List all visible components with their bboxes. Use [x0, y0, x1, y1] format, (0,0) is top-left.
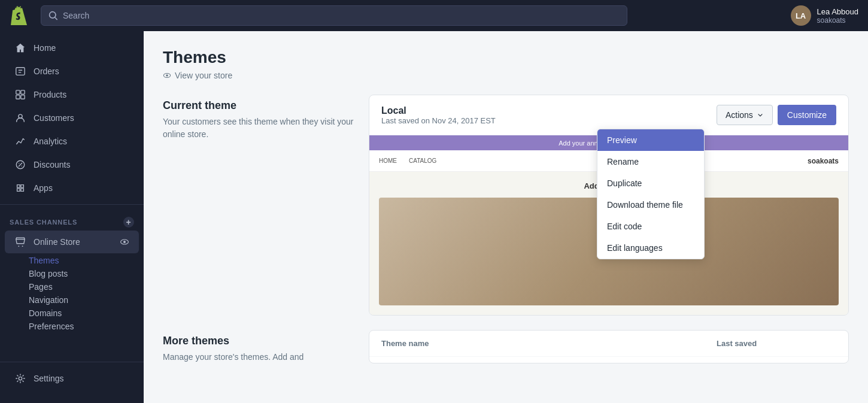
theme-card-header: Local Last saved on Nov 24, 2017 EST Act…: [369, 95, 848, 135]
sidebar-item-online-store[interactable]: Online Store: [5, 231, 139, 253]
svg-rect-4: [21, 95, 25, 99]
sidebar-sub-navigation[interactable]: Navigation: [0, 293, 144, 307]
sidebar-sub-preferences[interactable]: Preferences: [0, 320, 144, 333]
svg-rect-1: [16, 90, 20, 94]
search-bar[interactable]: [41, 5, 627, 26]
sidebar-sub-themes[interactable]: Themes: [0, 254, 144, 267]
sidebar-label-discounts: Discounts: [34, 160, 70, 169]
sidebar-item-discounts[interactable]: Discounts: [5, 153, 139, 176]
eye-icon: [120, 237, 129, 247]
dropdown-item-rename[interactable]: Rename: [597, 151, 704, 172]
dropdown-item-download[interactable]: Download theme file: [597, 194, 704, 216]
svg-point-8: [22, 246, 23, 247]
chevron-down-icon: [757, 111, 764, 119]
current-theme-title: Current theme: [163, 99, 354, 112]
sidebar-label-customers: Customers: [34, 113, 74, 123]
svg-point-7: [18, 246, 19, 247]
add-sales-channel-button[interactable]: +: [123, 217, 134, 228]
svg-rect-0: [16, 68, 25, 75]
settings-icon: [14, 372, 26, 384]
more-themes-desc: Manage your store's themes. Add and: [163, 351, 354, 363]
sidebar-label-orders: Orders: [34, 66, 59, 76]
svg-point-10: [123, 241, 126, 243]
products-icon: [14, 89, 26, 101]
online-store-icon: [14, 236, 26, 248]
sidebar-sub-domains[interactable]: Domains: [0, 307, 144, 320]
current-theme-section: Current theme Your customers see this th…: [163, 95, 849, 316]
view-store-link[interactable]: View your store: [163, 71, 849, 80]
home-icon: [14, 42, 26, 54]
more-themes-card: Theme name Last saved: [369, 330, 849, 363]
top-nav: LA Lea Abboud soakoats: [0, 0, 868, 31]
view-store-icon: [163, 71, 171, 80]
svg-point-13: [166, 74, 168, 77]
online-store-label: Online Store: [34, 237, 80, 247]
sidebar-label-settings: Settings: [34, 374, 64, 383]
user-store: soakoats: [817, 16, 858, 25]
svg-rect-2: [21, 90, 25, 94]
theme-name: Local: [381, 105, 496, 116]
discounts-icon: [14, 159, 26, 171]
user-info: Lea Abboud soakoats: [817, 7, 858, 25]
sidebar-label-home: Home: [34, 43, 56, 53]
more-themes-section: More themes Manage your store's themes. …: [163, 330, 849, 363]
current-theme-desc: Your customers see this theme when they …: [163, 116, 354, 141]
customers-icon: [14, 112, 26, 124]
sidebar-label-analytics: Analytics: [34, 137, 67, 146]
sidebar-item-home[interactable]: Home: [5, 37, 139, 59]
analytics-icon: [14, 135, 26, 147]
svg-point-11: [19, 377, 22, 380]
page-title: Themes: [163, 48, 849, 67]
more-themes-info: More themes Manage your store's themes. …: [163, 330, 354, 363]
dropdown-item-edit-code[interactable]: Edit code: [597, 216, 704, 237]
logo[interactable]: [10, 6, 29, 25]
sidebar-sub-pages[interactable]: Pages: [0, 280, 144, 293]
current-theme-info: Current theme Your customers see this th…: [163, 95, 354, 316]
sidebar-item-customers[interactable]: Customers: [5, 107, 139, 129]
theme-saved-date: Last saved on Nov 24, 2017 EST: [381, 116, 496, 125]
sidebar-label-products: Products: [34, 90, 66, 99]
user-name: Lea Abboud: [817, 7, 858, 16]
main-content: Themes View your store Current theme You…: [144, 31, 868, 403]
sidebar-label-apps: Apps: [34, 183, 53, 193]
sidebar-item-products[interactable]: Products: [5, 83, 139, 106]
dropdown-item-duplicate[interactable]: Duplicate: [597, 172, 704, 194]
sidebar: Home Orders Products: [0, 31, 144, 403]
sidebar-item-apps[interactable]: Apps: [5, 177, 139, 199]
search-icon: [48, 11, 58, 20]
actions-button[interactable]: Actions: [717, 105, 773, 125]
dropdown-item-preview[interactable]: Preview: [597, 129, 704, 151]
search-input[interactable]: [63, 11, 620, 20]
svg-rect-3: [16, 95, 20, 99]
col-header-last-saved: Last saved: [717, 339, 836, 348]
dropdown-item-edit-languages[interactable]: Edit languages: [597, 237, 704, 259]
orders-icon: [14, 65, 26, 77]
actions-dropdown: Preview Rename Duplicate Download theme …: [597, 129, 705, 259]
more-themes-table-header: Theme name Last saved: [369, 331, 848, 357]
user-menu[interactable]: LA Lea Abboud soakoats: [791, 5, 858, 26]
theme-name-group: Local Last saved on Nov 24, 2017 EST: [381, 105, 496, 125]
theme-card-actions: Actions Customize: [717, 105, 836, 125]
more-themes-title: More themes: [163, 335, 354, 347]
sidebar-item-orders[interactable]: Orders: [5, 60, 139, 83]
avatar: LA: [791, 5, 811, 26]
layout: Home Orders Products: [0, 31, 868, 403]
apps-icon: [14, 182, 26, 194]
col-header-theme-name: Theme name: [381, 339, 717, 348]
sidebar-sub-blog-posts[interactable]: Blog posts: [0, 267, 144, 280]
sidebar-item-settings[interactable]: Settings: [5, 367, 139, 390]
sidebar-item-analytics[interactable]: Analytics: [5, 130, 139, 153]
customize-button[interactable]: Customize: [778, 105, 836, 125]
theme-card: Local Last saved on Nov 24, 2017 EST Act…: [369, 95, 849, 316]
sales-channels-label: SALES CHANNELS +: [0, 210, 144, 230]
